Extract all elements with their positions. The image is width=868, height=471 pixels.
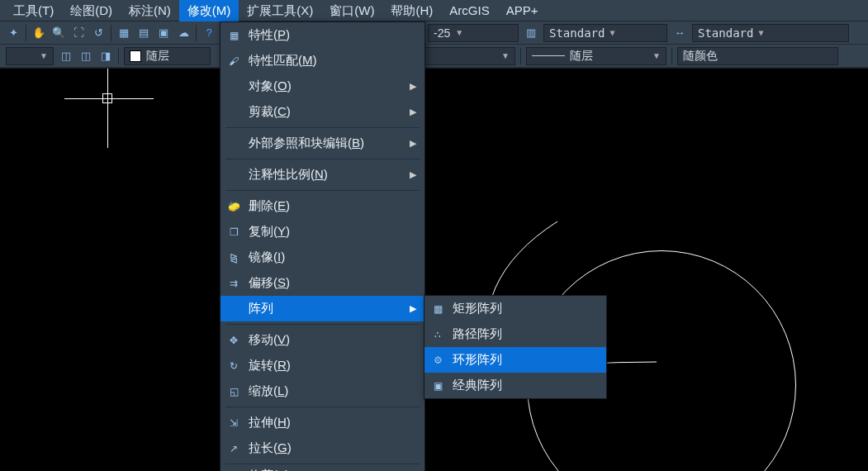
mi-patharray[interactable]: ∴ 路径阵列: [425, 321, 606, 347]
mi-offset[interactable]: ⇉ 偏移(S): [221, 270, 425, 296]
mi-array[interactable]: 阵列 ▶: [221, 296, 425, 321]
menu-modify[interactable]: 修改(M): [179, 0, 240, 21]
menu-exttools[interactable]: 扩展工具(X): [239, 0, 321, 21]
mi-label: 移动(V): [249, 332, 416, 348]
chevron-right-icon: ▶: [410, 107, 416, 117]
menu-separator: [225, 127, 420, 128]
textstyle-combo[interactable]: Standard ▼: [543, 24, 667, 42]
mi-clip[interactable]: 剪裁(C) ▶: [221, 99, 425, 125]
menu-window[interactable]: 窗口(W): [321, 0, 382, 21]
mi-label: 镜像(I): [249, 250, 416, 265]
mi-scale[interactable]: ◱ 缩放(L): [221, 378, 425, 404]
mi-label: 复制(Y): [249, 224, 416, 240]
chevron-right-icon: ▶: [410, 81, 416, 92]
layer-color-combo[interactable]: 随层: [124, 47, 211, 65]
mi-rectarray[interactable]: ▦ 矩形阵列: [425, 296, 606, 321]
mi-label: 拉长(G): [249, 440, 416, 456]
menu-annotate[interactable]: 标注(N): [121, 0, 179, 21]
mi-label: 特性(P): [249, 27, 416, 43]
mi-label: 删除(E): [249, 198, 416, 214]
mi-copy[interactable]: ❐ 复制(Y): [221, 219, 425, 245]
mi-lengthen[interactable]: ↗ 拉长(G): [221, 435, 425, 461]
classicarray-icon: ▣: [429, 378, 446, 394]
swatch-white: [130, 50, 141, 62]
linetype-combo[interactable]: 随层 ▼: [526, 47, 666, 65]
mi-matchprop[interactable]: 🖌 特性匹配(M): [221, 48, 425, 74]
toolbars: ✦ ✋ 🔍 ⛶ ↺ ▦ ▤ ▣ ☁ ? -25 ▼ ▥ Standard ▼ ↔…: [0, 21, 868, 69]
properties-icon: ▦: [225, 27, 242, 44]
pickbox: [102, 93, 112, 103]
zoom-prev-icon[interactable]: ↺: [89, 24, 107, 42]
mi-annoscale[interactable]: 注释性比例(N) ▶: [221, 162, 425, 188]
style-value: -25: [434, 26, 450, 40]
menu-draw[interactable]: 绘图(D): [62, 0, 121, 21]
textstyle-value: Standard: [549, 26, 605, 40]
layer-match-icon[interactable]: ◨: [97, 47, 115, 65]
mi-label: 经典阵列: [453, 378, 598, 393]
sheet-icon[interactable]: ▣: [154, 24, 173, 42]
pan-icon[interactable]: ✋: [30, 24, 48, 42]
mi-polararray[interactable]: ⚙ 环形阵列: [425, 347, 606, 373]
scale-icon: ◱: [225, 383, 242, 400]
mi-properties[interactable]: ▦ 特性(P): [221, 22, 425, 48]
dimstyle-icon[interactable]: ↔: [671, 24, 689, 42]
mi-label: 外部参照和块编辑(B): [249, 136, 410, 151]
menu-help[interactable]: 帮助(H): [382, 0, 441, 21]
layer-iso-icon[interactable]: ◫: [57, 47, 75, 65]
menu-arcgis[interactable]: ArcGIS: [441, 0, 497, 21]
chevron-right-icon: ▶: [410, 303, 416, 314]
menu-separator: [225, 407, 420, 407]
dimstyle-combo[interactable]: Standard ▼: [692, 24, 849, 42]
polararray-icon: ⚙: [429, 352, 446, 369]
chevron-down-icon: ▼: [40, 51, 48, 60]
patharray-icon: ∴: [429, 326, 446, 343]
mi-rotate[interactable]: ↻ 旋转(R): [221, 353, 425, 378]
textstyle-icon[interactable]: ▥: [522, 24, 540, 42]
color-combo[interactable]: 随颜色: [677, 47, 838, 65]
ltype-value: 随层: [570, 49, 593, 64]
menu-separator: [225, 324, 420, 325]
mi-label: 偏移(S): [249, 275, 416, 291]
drawing-canvas[interactable]: [0, 69, 868, 471]
offset-icon: ⇉: [225, 275, 242, 292]
mi-label: 修剪(T): [249, 468, 416, 472]
menu-separator: [225, 464, 420, 464]
mi-erase[interactable]: 🧽 删除(E): [221, 193, 425, 219]
style-combo[interactable]: -25 ▼: [428, 24, 519, 42]
mi-label: 路径阵列: [453, 326, 598, 342]
mi-object[interactable]: 对象(O) ▶: [221, 74, 425, 99]
layer-iso2-icon[interactable]: ◫: [77, 47, 95, 65]
cloud-icon[interactable]: ☁: [174, 24, 192, 42]
mi-trim[interactable]: ✂ 修剪(T): [221, 467, 425, 471]
mi-label: 特性匹配(M): [249, 53, 416, 69]
lengthen-icon: ↗: [225, 440, 242, 457]
menu-tools[interactable]: 工具(T): [5, 0, 62, 21]
grid-icon[interactable]: ▤: [135, 24, 153, 42]
help-icon[interactable]: ?: [200, 24, 218, 42]
chevron-down-icon: ▼: [455, 28, 463, 37]
chevron-right-icon: ▶: [410, 138, 416, 149]
table-icon[interactable]: ▦: [115, 24, 133, 42]
zoom-icon[interactable]: 🔍: [50, 24, 68, 42]
mi-classicarray[interactable]: ▣ 经典阵列: [425, 373, 606, 398]
crosshair-vertical: [107, 69, 108, 148]
mi-label: 缩放(L): [249, 383, 416, 399]
mi-xref-blockedit[interactable]: 外部参照和块编辑(B) ▶: [221, 131, 425, 156]
mi-stretch[interactable]: ⇲ 拉伸(H): [221, 410, 425, 435]
chevron-down-icon: ▼: [652, 51, 661, 60]
rotate-icon: ↻: [225, 358, 242, 374]
menu-separator: [225, 159, 420, 159]
menu-separator: [225, 190, 420, 191]
regen-icon[interactable]: ✦: [4, 24, 22, 42]
mi-label: 环形阵列: [453, 352, 598, 368]
rectarray-icon: ▦: [429, 301, 446, 317]
trim-icon: ✂: [225, 467, 242, 471]
chevron-right-icon: ▶: [410, 169, 416, 180]
menu-appplus[interactable]: APP+: [498, 0, 547, 21]
move-icon: ✥: [225, 332, 242, 349]
small-combo[interactable]: ▼: [6, 47, 54, 65]
chevron-down-icon: ▼: [758, 28, 763, 37]
zoom-window-icon[interactable]: ⛶: [69, 24, 88, 42]
mi-move[interactable]: ✥ 移动(V): [221, 327, 425, 353]
mi-mirror[interactable]: ⧎ 镜像(I): [221, 245, 425, 270]
